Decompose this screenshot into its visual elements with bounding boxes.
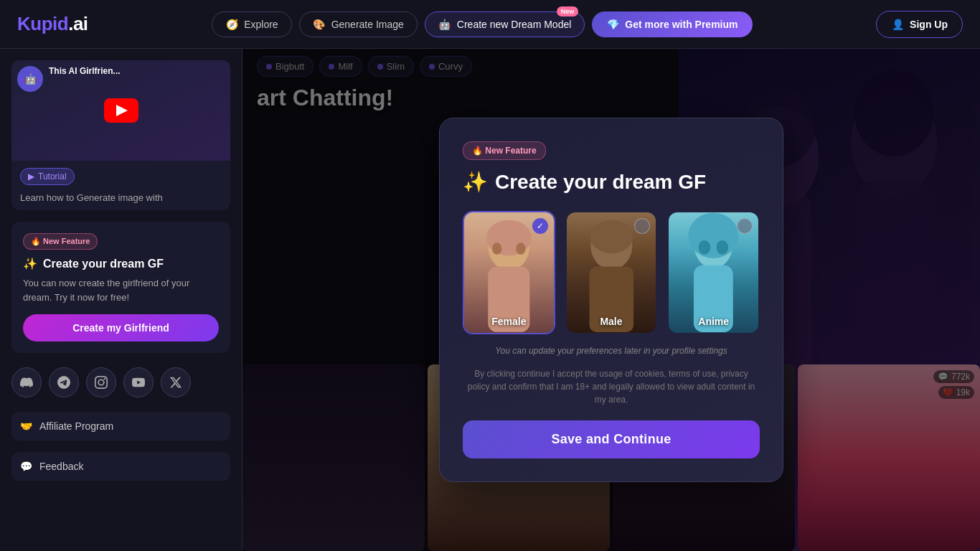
new-badge: New (557, 6, 579, 17)
sidebar-feature-desc: You can now create the girlfriend of you… (23, 276, 219, 304)
telegram-icon[interactable] (49, 367, 79, 397)
logo: Kupid.ai (17, 13, 88, 35)
save-continue-button[interactable]: Save and Continue (463, 420, 760, 458)
modal-title: ✨ Create your dream GF (463, 170, 760, 194)
social-icons-row (11, 364, 230, 400)
modal-terms: By clicking continue I accept the usage … (463, 367, 760, 406)
explore-button[interactable]: 🧭 Explore (212, 11, 291, 37)
sparkle-icon: ✨ (23, 257, 37, 270)
main-content: Bigbutt Milf Slim Curvy art Chatting! (242, 49, 980, 551)
modal-overlay: 🔥 New Feature ✨ Create your dream GF (242, 49, 980, 551)
gender-anime-card[interactable]: Anime (667, 211, 760, 334)
play-icon: ▶ (28, 171, 34, 182)
image-gen-icon: 🎨 (313, 18, 326, 31)
create-dream-model-button[interactable]: 🤖 Create new Dream Model New (425, 11, 585, 37)
feedback-link[interactable]: 💬 Feedback (11, 452, 230, 481)
twitter-x-icon[interactable] (161, 367, 191, 397)
create-girlfriend-button[interactable]: Create my Girlfriend (23, 314, 219, 342)
user-icon: 👤 (891, 18, 904, 31)
modal-title-icon: ✨ (463, 170, 488, 194)
svg-point-10 (516, 242, 525, 255)
svg-point-17 (699, 240, 711, 255)
main-nav: 🧭 Explore 🎨 Generate Image 🤖 Create new … (212, 11, 752, 37)
video-card-bottom: ▶ Tutorial (11, 161, 230, 192)
svg-point-18 (717, 240, 729, 255)
affiliate-icon: 🤝 (20, 420, 32, 432)
main-layout: 🤖 This AI Girlfrien... ▶ Tutorial Learn … (0, 49, 980, 551)
video-description: Learn how to Generate image with (11, 192, 230, 210)
diamond-icon: 💎 (606, 18, 619, 31)
video-title: This AI Girlfrien... (49, 66, 121, 76)
gender-male-card[interactable]: Male (565, 211, 658, 334)
gender-female-card[interactable]: ✓ Female (463, 211, 555, 334)
instagram-icon[interactable] (86, 367, 116, 397)
female-label: Female (464, 316, 554, 327)
feedback-icon: 💬 (20, 461, 32, 472)
discord-icon[interactable] (11, 367, 42, 397)
channel-avatar: 🤖 (17, 66, 43, 92)
anime-label: Anime (669, 316, 758, 327)
female-check-icon: ✓ (532, 218, 548, 234)
modal-new-feature-badge: 🔥 New Feature (463, 141, 546, 160)
tutorial-badge[interactable]: ▶ Tutorial (20, 168, 75, 185)
sidebar-video-card: 🤖 This AI Girlfrien... ▶ Tutorial Learn … (11, 60, 230, 210)
compass-icon: 🧭 (225, 18, 238, 31)
sidebar-feature-card: 🔥 New Feature ✨ Create your dream GF You… (11, 222, 230, 353)
sidebar-feature-title: ✨ Create your dream GF (23, 257, 219, 270)
dream-model-icon: 🤖 (438, 18, 451, 31)
sign-up-button[interactable]: 👤 Sign Up (876, 11, 963, 38)
sidebar-new-feature-badge: 🔥 New Feature (23, 233, 98, 250)
sidebar: 🤖 This AI Girlfrien... ▶ Tutorial Learn … (0, 49, 242, 551)
video-thumbnail: 🤖 This AI Girlfrien... (11, 60, 230, 161)
get-premium-button[interactable]: 💎 Get more with Premium (592, 11, 752, 37)
modal-update-note: You can update your preferences later in… (463, 346, 760, 356)
svg-point-12 (590, 220, 633, 254)
create-dream-gf-modal: 🔥 New Feature ✨ Create your dream GF (439, 118, 783, 482)
youtube-play-button[interactable] (104, 98, 138, 123)
male-label: Male (567, 316, 656, 327)
generate-image-button[interactable]: 🎨 Generate Image (299, 11, 418, 37)
affiliate-program-link[interactable]: 🤝 Affiliate Program (11, 412, 230, 441)
header: Kupid.ai 🧭 Explore 🎨 Generate Image 🤖 Cr… (0, 0, 980, 49)
gender-options: ✓ Female Male (463, 211, 760, 334)
svg-point-9 (492, 242, 501, 255)
youtube-icon[interactable] (123, 367, 154, 397)
svg-point-15 (689, 213, 739, 258)
